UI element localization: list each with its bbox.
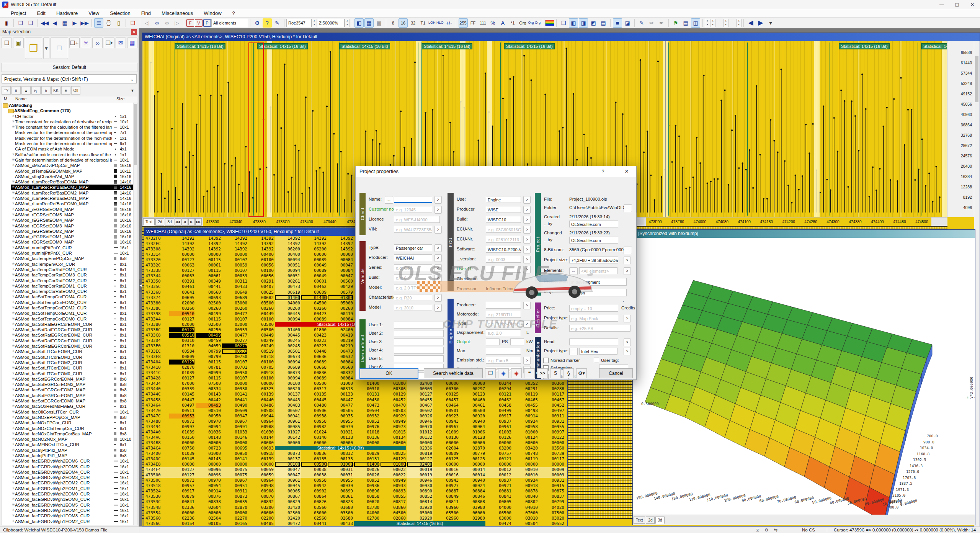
hex-cell[interactable]: 03500: [328, 510, 353, 515]
hex-cell[interactable]: 01027: [275, 430, 300, 435]
next-map-icon[interactable]: ▶: [70, 18, 79, 28]
open-project-icon[interactable]: ❒: [25, 38, 42, 59]
hex-cell[interactable]: 14392: [248, 247, 274, 252]
hex-cell[interactable]: 14392: [196, 241, 221, 246]
hex-cell[interactable]: 00455: [407, 397, 432, 402]
hex-cell[interactable]: 00277: [222, 343, 247, 348]
hex-cell[interactable]: 00300: [433, 386, 459, 391]
hex-cell[interactable]: 00890: [407, 489, 432, 494]
hex-cell[interactable]: 00858: [354, 494, 379, 499]
hex-cell[interactable]: 00943: [433, 478, 459, 483]
hex-cell[interactable]: 00918: [248, 451, 274, 456]
filter-p-icon[interactable]: P: [203, 19, 211, 27]
hex-cell[interactable]: 00000: [196, 510, 221, 515]
hex-cell[interactable]: 00137: [275, 392, 300, 397]
hex-cell[interactable]: 01021: [328, 430, 353, 435]
hex-cell[interactable]: 00473: [328, 349, 353, 354]
hex-cell[interactable]: 00939: [328, 483, 353, 488]
hex-cell[interactable]: 00823: [328, 499, 353, 504]
org-button[interactable]: Org: [518, 18, 528, 28]
hex-cell[interactable]: 04010: [513, 505, 538, 510]
hex-cell[interactable]: 00946: [407, 478, 432, 483]
hex-cell[interactable]: 00000: [169, 510, 194, 515]
tree-item[interactable]: ✳ASMod_facEGRDvtWgh2EOM1_CUR16x1: [2, 486, 134, 491]
tree-item[interactable]: CA of EOM mask of Ash Mode4x1: [2, 146, 134, 152]
hex-cell[interactable]: 14392: [196, 236, 221, 241]
download-data-icon[interactable]: ◉: [498, 368, 509, 378]
hex-cell[interactable]: 00873: [275, 370, 300, 375]
hex-cell[interactable]: 00094: [275, 376, 300, 381]
tree-item[interactable]: Mask vector for the determination of the…: [2, 141, 134, 146]
hex-cell[interactable]: 00140: [301, 435, 327, 440]
hex-cell[interactable]: 00750: [169, 446, 194, 451]
input-reseller-1[interactable]: e.g. Map Pack: [569, 315, 618, 322]
hex-cell[interactable]: 03560: [301, 505, 327, 510]
hex-cell[interactable]: 00000: [381, 440, 406, 445]
bin-111-button[interactable]: 111: [479, 18, 488, 28]
input-reseller-0[interactable]: empty = 10: [569, 305, 618, 312]
hex-cell[interactable]: 00145: [169, 392, 194, 397]
hex-cell[interactable]: 00957: [169, 483, 194, 488]
hex-cell[interactable]: 00462: [486, 397, 511, 402]
hex-cell[interactable]: 00994: [196, 424, 221, 429]
factor-button[interactable]: *1: [508, 18, 518, 28]
hex-cell[interactable]: 00579: [328, 290, 353, 295]
search-back-icon[interactable]: ◁: [142, 18, 152, 28]
hex-cell[interactable]: 00953: [169, 414, 194, 419]
hex-cell[interactable]: 00056: [248, 273, 274, 278]
tree-item[interactable]: ✳ASMod_facSotTempCorEOM3_CUR8x1: [2, 300, 134, 305]
hex-cell[interactable]: 01012: [407, 430, 432, 435]
hex-cell[interactable]: 00223: [301, 343, 327, 348]
all-elements-field[interactable]: All elements: [211, 19, 248, 27]
tree-item[interactable]: ✳ASMod_facNOxClntTempCorBas_MAP8x8: [2, 431, 134, 437]
hex-cell[interactable]: 02860: [381, 516, 406, 521]
hex-row[interactable]: 4735180095700954009510094800945009420093…: [144, 483, 567, 489]
hex-cell[interactable]: 00115: [196, 317, 221, 322]
expand-arrow-button[interactable]: >: [434, 206, 442, 214]
hex-cell[interactable]: 02980: [460, 516, 485, 521]
input-ecu-4[interactable]: e.g. 0281012113: [486, 236, 521, 243]
menu-edit[interactable]: Edit: [31, 10, 51, 16]
hex-cell[interactable]: 00096: [196, 467, 221, 472]
hex-cell[interactable]: 00504: [513, 521, 538, 526]
tree-item[interactable]: ✳ASMod_facOilConsLfTCor_CUR16x1: [2, 409, 134, 415]
hex-cell[interactable]: 03000: [301, 510, 327, 515]
hex-cell[interactable]: 00875: [539, 489, 564, 494]
width-32-button[interactable]: 32: [408, 18, 418, 28]
record-icon[interactable]: ▮: [2, 18, 11, 28]
tree-item[interactable]: ✳ASMod_rLamRecRefBasEOM4_MAP14x16: [2, 179, 134, 185]
search-vehicle-data-button[interactable]: Search vehicle data: [424, 368, 483, 378]
ascii-button[interactable]: A: [498, 18, 508, 28]
hex-cell[interactable]: 04020: [539, 505, 564, 510]
comment-icon[interactable]: ❝: [524, 368, 535, 378]
hex-cell[interactable]: 01800: [381, 381, 406, 386]
hex-cell[interactable]: 00970: [196, 478, 221, 483]
zoom-field-spinner[interactable]: ▲▼: [345, 19, 350, 27]
close-button[interactable]: ✕: [965, 0, 980, 9]
hex-cell[interactable]: 00127: [169, 317, 194, 322]
hex-row[interactable]: 4735480233602604028700320003420035600368…: [144, 505, 567, 510]
hex-cell[interactable]: 00019: [407, 473, 432, 477]
tree-item[interactable]: ✳Gain for determination of derivative of…: [2, 157, 134, 163]
hex-cell[interactable]: 00423: [301, 311, 327, 316]
hex-cell[interactable]: 00927: [433, 483, 459, 488]
hex-cell[interactable]: 00951: [222, 483, 247, 488]
hex-cell[interactable]: 00926: [407, 414, 432, 419]
checkbox-noread[interactable]: Noread marker: [543, 358, 580, 363]
hex-cell[interactable]: 14392: [222, 236, 247, 241]
hex-cell[interactable]: 00873: [275, 451, 300, 456]
hex-row[interactable]: 4734580044700442004410044000443004450044…: [144, 397, 567, 403]
hex-cell[interactable]: 00955: [539, 424, 564, 429]
tree-item[interactable]: ASMod_stTempEGEOMMsk_MAP16x11: [2, 168, 134, 174]
hex-cell[interactable]: 00000: [460, 440, 485, 445]
hex-cell[interactable]: 00902: [301, 489, 327, 494]
hex-row[interactable]: 47353C0084100838008350083200829008260082…: [144, 499, 567, 505]
hex-cell[interactable]: 00519: [248, 349, 274, 354]
hex-cell[interactable]: 03960: [433, 505, 459, 510]
hex-row[interactable]: 4734E80000000000000000000000100005000100…: [144, 462, 567, 467]
menu-miscellaneous[interactable]: Miscellaneous: [156, 10, 198, 16]
find-maps-icon[interactable]: ∞: [92, 38, 103, 48]
hex-cell[interactable]: 00905: [275, 489, 300, 494]
hex-row[interactable]: 4734F40012700096000750005900047000380003…: [144, 467, 567, 473]
hex-cell[interactable]: 00510: [169, 333, 194, 338]
